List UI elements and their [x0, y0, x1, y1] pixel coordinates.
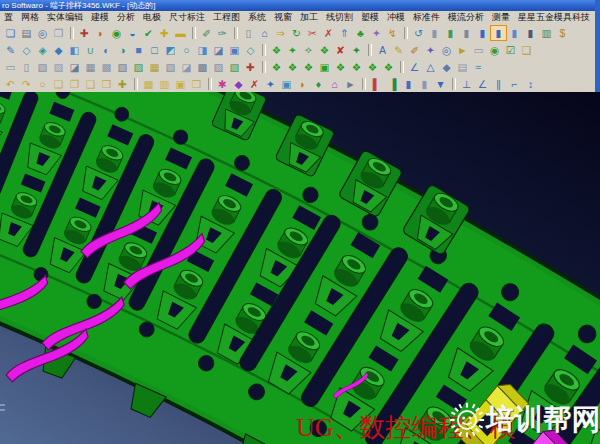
check-doc-icon[interactable]: ☑ [503, 43, 518, 57]
bar-green-icon[interactable]: ▐ [385, 77, 400, 91]
block-red-icon[interactable]: ✚ [243, 60, 258, 74]
stitch-icon[interactable]: ○ [179, 43, 194, 57]
ruler-icon[interactable]: ▭ [471, 43, 486, 57]
lightning-icon[interactable]: ↯ [385, 26, 400, 40]
menu-item[interactable]: 系统 [244, 11, 270, 24]
die-insert-icon[interactable]: ❖ [365, 60, 380, 74]
cylinder-gray-icon[interactable]: ▮ [417, 77, 432, 91]
clipboard-icon[interactable]: ▥ [539, 26, 554, 40]
check-icon[interactable]: ✔ [141, 26, 156, 40]
menu-item[interactable]: 测量 [488, 11, 514, 24]
menu-item[interactable]: 冲模 [383, 11, 409, 24]
menu-item[interactable]: 标准件 [409, 11, 444, 24]
block-solid-icon[interactable]: ▦ [83, 60, 98, 74]
loft-icon[interactable]: ◧ [67, 43, 82, 57]
copy-page-icon[interactable]: ❏ [51, 77, 66, 91]
menu-item[interactable]: 塑模 [357, 11, 383, 24]
add-page-icon[interactable]: ✚ [115, 77, 130, 91]
abc-text-icon[interactable]: A [375, 43, 390, 57]
paste-array-icon[interactable]: ▣ [173, 77, 188, 91]
search-icon[interactable]: ◎ [439, 43, 454, 57]
new-file-icon[interactable]: ❏ [3, 26, 18, 40]
distance-measure-icon[interactable]: ↕ [523, 77, 538, 91]
die-insert-icon[interactable]: ❖ [301, 60, 316, 74]
block-solid-icon[interactable]: ▨ [51, 60, 66, 74]
circle-tool-icon[interactable]: ○ [35, 77, 50, 91]
flag-icon[interactable]: ► [455, 43, 470, 57]
paste-array-icon[interactable]: ❒ [189, 77, 204, 91]
gem-green-icon[interactable]: ♦ [311, 77, 326, 91]
block-yellow-icon[interactable]: ▦ [147, 60, 162, 74]
sweep-icon[interactable]: ◆ [51, 43, 66, 57]
funnel-icon[interactable]: ▼ [433, 77, 448, 91]
parallel-measure-icon[interactable]: ∥ [491, 77, 506, 91]
chamfer-icon[interactable]: ◇ [243, 43, 258, 57]
boolean-intersect-icon[interactable]: ✧ [301, 43, 316, 57]
print-preview-icon[interactable]: ◎ [35, 26, 50, 40]
layer-cylinder-selected-icon[interactable]: ▮ [491, 26, 506, 40]
traffic-light-icon[interactable]: ◉ [109, 26, 124, 40]
menu-item[interactable]: 尺寸标注 [165, 11, 209, 24]
split-icon[interactable]: ◨ [195, 43, 210, 57]
paste-array-icon[interactable]: ▦ [141, 77, 156, 91]
layer-cylinder-icon[interactable]: ▮ [443, 26, 458, 40]
delete-tool-icon[interactable]: ✗ [247, 77, 262, 91]
annotate-icon[interactable]: ✎ [391, 43, 406, 57]
edit-doc-icon[interactable]: ❑ [519, 43, 534, 57]
redo-arrow-icon[interactable]: ⇒ [273, 26, 288, 40]
3d-viewport[interactable] [0, 92, 600, 444]
delete-face-icon[interactable]: ✘ [333, 43, 348, 57]
grid-icon[interactable]: ▤ [455, 60, 470, 74]
undo-icon[interactable]: ↶ [3, 77, 18, 91]
block-green-icon[interactable]: ▧ [227, 60, 242, 74]
menu-item[interactable]: 线切割 [322, 11, 357, 24]
pattern-icon[interactable]: ❖ [317, 43, 332, 57]
home-icon[interactable]: ⌂ [257, 26, 272, 40]
die-insert-icon[interactable]: ❖ [269, 60, 284, 74]
die-insert-icon[interactable]: ❖ [381, 60, 396, 74]
block-solid-icon[interactable]: ◪ [179, 60, 194, 74]
redo-icon[interactable]: ↷ [19, 77, 34, 91]
block-solid-icon[interactable]: ▧ [35, 60, 50, 74]
extend-icon[interactable]: ◑ [115, 43, 130, 57]
3d-viewport-canvas[interactable] [0, 92, 600, 444]
copy-page-icon[interactable]: ❒ [99, 77, 114, 91]
wave-icon[interactable]: ≈ [471, 60, 486, 74]
solid-cube-icon[interactable]: ■ [131, 43, 146, 57]
angle-measure-icon[interactable]: ∠ [475, 77, 490, 91]
toolbox-icon[interactable]: ✚ [77, 26, 92, 40]
perpendicular-measure-icon[interactable]: ⊥ [459, 77, 474, 91]
compass-icon[interactable]: ✐ [199, 26, 214, 40]
block-solid-icon[interactable]: ◪ [67, 60, 82, 74]
block-solid-icon[interactable]: ▧ [115, 60, 130, 74]
diamond-purple-icon[interactable]: ◆ [231, 77, 246, 91]
probe-icon[interactable]: ✑ [215, 26, 230, 40]
diamond-measure-icon[interactable]: ◆ [439, 60, 454, 74]
block-solid-icon[interactable]: ▩ [195, 60, 210, 74]
title-bar[interactable]: ro Softwaro - 端子排样3456.WKF - [动态的] [0, 0, 600, 11]
person-blue-icon[interactable]: ✦ [263, 77, 278, 91]
cylinder-blue-icon[interactable]: ▮ [401, 77, 416, 91]
runner-icon[interactable]: ✦ [369, 26, 384, 40]
arrow-gray-icon[interactable]: ► [343, 77, 358, 91]
money-icon[interactable]: $ [555, 26, 570, 40]
revolve-icon[interactable]: ◐ [99, 43, 114, 57]
menu-item[interactable]: 星星五金模具科技 [514, 11, 594, 24]
block-solid-icon[interactable]: ▩ [99, 60, 114, 74]
window-icon[interactable]: ❐ [51, 26, 66, 40]
menu-item[interactable]: 置 [0, 11, 17, 24]
block-solid-icon[interactable]: ▧ [163, 60, 178, 74]
layer-cylinder-icon[interactable]: ▮ [427, 26, 442, 40]
layer-cylinder-icon[interactable]: ▮ [459, 26, 474, 40]
menu-item[interactable]: 加工 [296, 11, 322, 24]
layer-cylinder-icon[interactable]: ▮ [523, 26, 538, 40]
menu-item[interactable]: 模流分析 [444, 11, 488, 24]
redline-icon[interactable]: ✐ [407, 43, 422, 57]
die-insert-icon[interactable]: ❖ [285, 60, 300, 74]
menu-item[interactable]: 实体编辑 [43, 11, 87, 24]
refresh-icon[interactable]: ↻ [289, 26, 304, 40]
block-green-icon[interactable]: ▨ [131, 60, 146, 74]
block-solid-icon[interactable]: ▨ [211, 60, 226, 74]
cylinder-solid-icon[interactable]: ▭ [3, 60, 18, 74]
person-icon[interactable]: ✦ [423, 43, 438, 57]
